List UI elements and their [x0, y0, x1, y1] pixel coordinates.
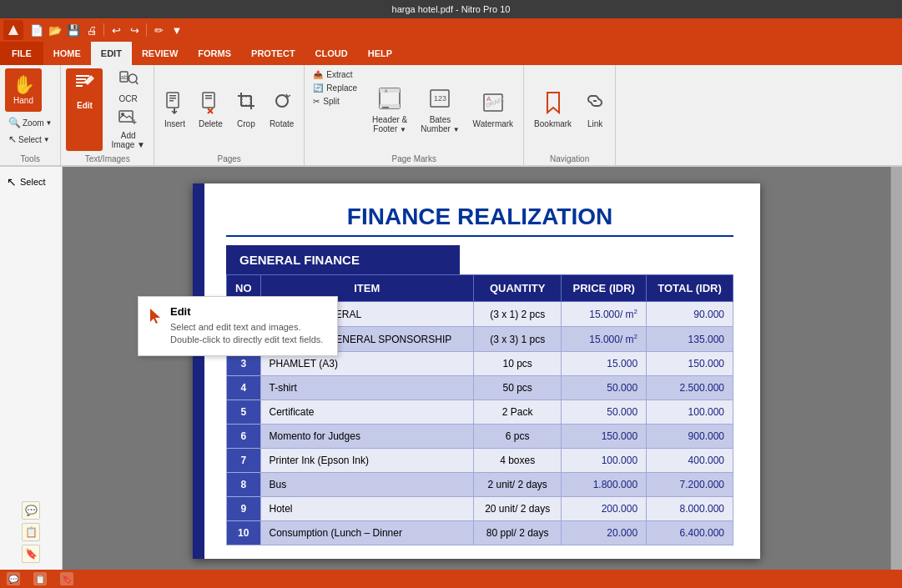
ocr-button[interactable]: abc OCR [108, 68, 148, 105]
undo-button[interactable]: ↩ [108, 22, 124, 38]
status-bar: 💬 📋 🔖 [0, 570, 902, 588]
svg-rect-19 [205, 95, 212, 97]
new-button[interactable]: 📄 [28, 22, 45, 38]
hand-button[interactable]: ✋ Hand [5, 68, 42, 112]
cell-price: 15.000 [562, 352, 647, 376]
ribbon-group-navigation: Bookmark Link Navigation [524, 65, 616, 165]
insert-icon [164, 91, 184, 119]
menu-tabs: FILE HOME EDIT REVIEW FORMS PROTECT CLOU… [0, 42, 902, 65]
print-button[interactable]: 🖨 [83, 22, 100, 38]
extract-button[interactable]: 📤 Extract [310, 68, 360, 81]
cell-qty: 50 pcs [473, 376, 562, 400]
cell-no: 5 [227, 400, 261, 425]
table-row: 4T-shirt50 pcs50.0002.500.000 [227, 376, 733, 400]
select-icon: ↖ [8, 133, 17, 145]
cell-no: 6 [227, 425, 261, 449]
delete-button[interactable]: Delete [194, 68, 228, 151]
page-left-border [193, 183, 204, 559]
pages-group-label: Pages [159, 153, 299, 165]
cell-qty: 10 pcs [473, 352, 562, 376]
col-price: PRICE (IDR) [562, 275, 647, 302]
tooltip-cursor-icon [147, 307, 164, 329]
tab-file[interactable]: FILE [0, 42, 43, 65]
tab-forms[interactable]: FORMS [188, 42, 241, 65]
right-scrollbar[interactable] [890, 167, 902, 570]
cell-no: 7 [227, 449, 261, 473]
pdf-viewer: Edit Select and edit text and images.Dou… [63, 167, 890, 570]
bookmark-side-icon[interactable]: 🔖 [22, 545, 40, 563]
quick-access-toolbar: 📄 📂 💾 🖨 ↩ ↪ ✏ ▼ [0, 18, 902, 42]
svg-line-9 [136, 82, 138, 84]
cell-price: 15.000/ m2 [562, 302, 647, 327]
pdf-page: FINANCE REALIZATION GENERAL FINANCE NO I… [193, 183, 760, 559]
tab-help[interactable]: HELP [358, 42, 402, 65]
svg-rect-16 [169, 100, 174, 102]
title-bar: harga hotel.pdf - Nitro Pro 10 [0, 0, 902, 18]
dropdown-button[interactable]: ▼ [169, 22, 185, 38]
svg-marker-38 [547, 93, 559, 113]
select-tool-button[interactable]: ↖ Select [3, 170, 58, 193]
cell-item: Printer Ink (Epson Ink) [260, 449, 473, 473]
cell-item: Consumption (Lunch – Dinner [260, 521, 473, 545]
edit-icon [73, 72, 96, 101]
col-quantity: QUANTITY [473, 275, 562, 302]
watermark-button[interactable]: DRAFT A Watermark [468, 68, 519, 151]
open-button[interactable]: 📂 [47, 22, 63, 38]
add-image-label2: Image ▼ [111, 140, 144, 149]
cursor-button[interactable]: ✏ [150, 22, 167, 38]
cell-total: 100.000 [647, 400, 733, 425]
ribbon-group-text-images: Edit abc OCR [61, 65, 154, 165]
crop-button[interactable]: Crop [231, 68, 261, 151]
tab-home[interactable]: HOME [43, 42, 91, 65]
rotate-button[interactable]: Rotate [265, 68, 299, 151]
ribbon: ✋ Hand 🔍 Zoom ▼ ↖ Select [0, 65, 902, 167]
redo-button[interactable]: ↪ [126, 22, 143, 38]
cell-total: 6.400.000 [647, 521, 733, 545]
navigation-group-label: Navigation [529, 153, 610, 165]
clipboard-icon[interactable]: 📋 [22, 523, 40, 541]
cell-no: 8 [227, 473, 261, 497]
link-button[interactable]: Link [580, 68, 610, 151]
save-button[interactable]: 💾 [65, 22, 82, 38]
status-bookmark-icon[interactable]: 🔖 [60, 572, 73, 585]
replace-button[interactable]: 🔄 Replace [310, 82, 360, 94]
split-button[interactable]: ✂ Split [310, 95, 360, 108]
svg-rect-29 [380, 88, 400, 93]
bates-number-icon: 123 [429, 87, 451, 115]
cell-qty: 2 unit/ 2 days [473, 473, 562, 497]
cell-price: 50.000 [562, 400, 647, 425]
zoom-icon: 🔍 [8, 117, 21, 128]
cell-item: Momento for Judges [260, 425, 473, 449]
bates-number-button[interactable]: 123 BatesNumber ▼ [416, 68, 464, 151]
edit-button[interactable]: Edit [66, 68, 103, 151]
tab-review[interactable]: REVIEW [132, 42, 188, 65]
insert-button[interactable]: Insert [159, 68, 190, 151]
header-footer-button[interactable]: A Header &Footer ▼ [367, 68, 412, 151]
separator2 [146, 23, 147, 37]
svg-rect-20 [205, 98, 212, 99]
cell-qty: 6 pcs [473, 425, 562, 449]
add-image-button[interactable]: + Add Image ▼ [108, 107, 148, 151]
cell-price: 150.000 [562, 425, 647, 449]
cell-qty: (3 x 1) 2 pcs [473, 302, 562, 327]
add-image-icon: + [118, 108, 139, 131]
table-row: 6Momento for Judges6 pcs150.000900.000 [227, 425, 733, 449]
cell-price: 20.000 [562, 521, 647, 545]
tab-edit[interactable]: EDIT [91, 42, 132, 65]
tab-protect[interactable]: PROTECT [241, 42, 305, 65]
ribbon-group-pages: Insert Delete [154, 65, 305, 165]
zoom-button[interactable]: 🔍 Zoom ▼ [5, 115, 55, 130]
bookmark-button[interactable]: Bookmark [529, 68, 577, 151]
tooltip-popup: Edit Select and edit text and images.Dou… [138, 296, 338, 356]
cell-total: 900.000 [647, 425, 733, 449]
svg-rect-2 [76, 78, 86, 80]
select-button[interactable]: ↖ Select ▼ [5, 132, 55, 147]
rotate-icon [272, 91, 292, 119]
header-footer-icon: A [379, 87, 401, 115]
cell-total: 135.000 [647, 327, 733, 352]
status-list-icon[interactable]: 📋 [33, 572, 47, 585]
tab-cloud[interactable]: CLOUD [305, 42, 358, 65]
split-icon: ✂ [313, 97, 320, 106]
comment-icon[interactable]: 💬 [22, 501, 40, 520]
status-comment-icon[interactable]: 💬 [7, 572, 20, 585]
